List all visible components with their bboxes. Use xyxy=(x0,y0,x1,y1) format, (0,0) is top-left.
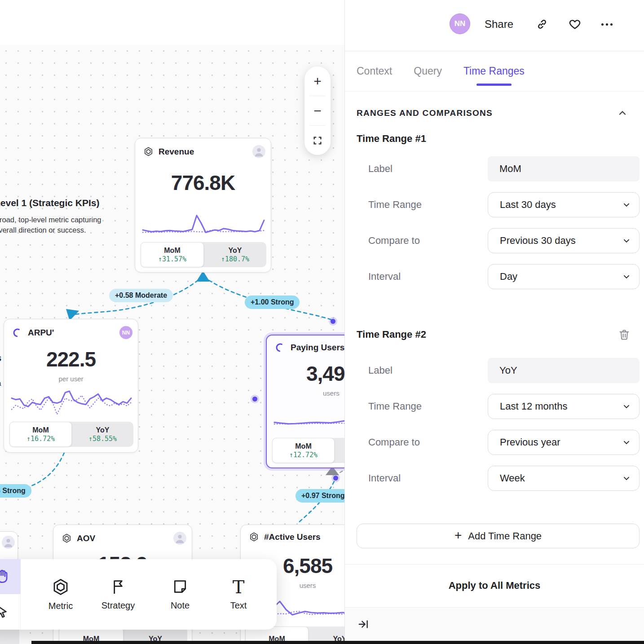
link-icon[interactable] xyxy=(536,18,548,31)
canvas-zoom-controls: + − xyxy=(304,66,331,155)
add-time-range-button[interactable]: + Add Time Range xyxy=(357,524,640,548)
compare-to-field-label: Compare to xyxy=(368,235,420,247)
cursor-icon xyxy=(0,604,10,619)
comparison-toggle: MoM ↑31.57% YoY ↑180.7% xyxy=(141,242,266,267)
sparkline xyxy=(141,209,265,237)
plus-icon: + xyxy=(454,528,462,543)
tab-context[interactable]: Context xyxy=(357,51,392,91)
owner-avatar-nn: NN xyxy=(119,326,132,339)
canvas-toolbar: Metric Strategy Note T Text xyxy=(0,559,277,630)
yoy-toggle[interactable]: YoY ↑180.7% xyxy=(204,242,266,267)
time-range-2-fields: Label YoY Time Range Last 12 months Comp… xyxy=(345,358,644,491)
fullscreen-icon xyxy=(313,136,322,146)
connection-handle-dot[interactable] xyxy=(331,319,335,324)
window-bottom-edge xyxy=(31,641,644,644)
metric-value: 222.5 xyxy=(4,347,138,371)
time-range-1-fields: Label MoM Time Range Last 30 days Compar… xyxy=(345,156,644,289)
card-title: Revenue xyxy=(159,147,247,157)
correlation-badge-moderate[interactable]: +0.58 Moderate xyxy=(109,289,173,302)
panel-bottom-bar xyxy=(345,607,644,641)
more-options-button[interactable] xyxy=(601,23,613,26)
interval-select[interactable]: Day xyxy=(488,264,640,289)
section-title: RANGES AND COMPARISONS xyxy=(357,108,493,118)
mom-toggle[interactable]: MoM ↑31.57% xyxy=(141,242,204,267)
time-range-select[interactable]: Last 12 months xyxy=(488,394,640,419)
text-icon: T xyxy=(233,578,245,596)
hexagon-metric-icon xyxy=(62,533,72,543)
loading-spinner-icon xyxy=(275,342,286,353)
compare-to-select[interactable]: Previous 30 days xyxy=(488,228,640,253)
mom-toggle[interactable]: MoM ↑16.72% xyxy=(9,422,72,447)
fit-view-button[interactable] xyxy=(304,126,331,155)
zoom-out-button[interactable]: − xyxy=(304,96,331,125)
flag-icon xyxy=(109,578,127,596)
metric-tree-canvas[interactable]: Level 1 (Strategic KPIs) Broad, top-leve… xyxy=(0,0,345,644)
compare-to-select[interactable]: Previous year xyxy=(488,430,640,455)
compare-to-field-label: Compare to xyxy=(368,437,420,448)
apply-to-all-metrics-button[interactable]: Apply to All Metrics xyxy=(449,580,541,591)
metric-unit: per user xyxy=(4,375,138,383)
text-tool-button[interactable]: T Text xyxy=(214,559,263,630)
panel-header: NN Share xyxy=(345,0,644,51)
label-input[interactable]: MoM xyxy=(488,156,640,181)
tab-time-ranges[interactable]: Time Ranges xyxy=(463,51,525,91)
time-range-2-header: Time Range #2 xyxy=(357,328,631,341)
hand-icon xyxy=(0,569,10,585)
note-tool-button[interactable]: Note xyxy=(155,559,205,630)
share-button[interactable]: Share xyxy=(485,18,513,31)
correlation-badge-strong-1[interactable]: +1.00 Strong xyxy=(245,296,300,309)
zoom-in-button[interactable]: + xyxy=(304,66,331,96)
trash-icon[interactable] xyxy=(618,328,631,341)
interval-field-label: Interval xyxy=(368,472,401,484)
panel-tabs: Context Query Time Ranges xyxy=(345,51,644,92)
note-icon xyxy=(171,578,189,596)
label-input[interactable]: YoY xyxy=(488,358,640,383)
metric-value: 776.8K xyxy=(135,171,271,195)
connection-handle-dot[interactable] xyxy=(333,476,338,481)
interval-field-label: Interval xyxy=(368,271,401,282)
tab-query[interactable]: Query xyxy=(414,51,442,91)
hexagon-metric-icon xyxy=(249,532,259,542)
strategy-tool-button[interactable]: Strategy xyxy=(93,559,143,630)
label-field-label: Label xyxy=(368,365,393,376)
comparison-toggle: MoM ↑16.72% YoY ↑58.55% xyxy=(9,422,133,447)
hexagon-metric-icon xyxy=(51,578,70,596)
metric-card-revenue[interactable]: Revenue 776.8K MoM ↑31.57% YoY ↑180.7% xyxy=(135,138,271,273)
correlation-badge-strong-097[interactable]: +0.97 Strong xyxy=(296,489,350,503)
metric-tool-button[interactable]: Metric xyxy=(36,559,85,630)
label-field-label: Label xyxy=(368,163,393,175)
sparkline xyxy=(10,383,132,422)
chevron-down-icon xyxy=(622,474,631,483)
hexagon-metric-icon xyxy=(143,146,154,157)
owner-avatar-icon xyxy=(173,532,186,545)
yoy-toggle[interactable]: YoY ↑58.55% xyxy=(72,422,133,447)
time-range-select[interactable]: Last 30 days xyxy=(488,192,640,217)
owner-avatar-icon xyxy=(2,536,15,549)
owner-avatar-icon xyxy=(252,145,265,158)
select-tool-button[interactable] xyxy=(0,594,21,629)
correlation-badge-strong-066[interactable]: 66 Strong xyxy=(0,484,31,498)
chevron-down-icon xyxy=(622,200,631,209)
chevron-down-icon xyxy=(622,236,631,245)
connection-handle-dot[interactable] xyxy=(252,397,257,401)
chevron-down-icon xyxy=(622,438,631,447)
loading-spinner-icon xyxy=(12,327,23,338)
metric-value: 3,49 xyxy=(306,362,345,386)
time-range-field-label: Time Range xyxy=(368,401,422,412)
metric-card-arpu[interactable]: ARPU' NN 222.5 per user MoM ↑16.72% YoY … xyxy=(4,319,138,453)
chevron-down-icon xyxy=(622,402,631,411)
collapse-panel-icon[interactable] xyxy=(357,618,369,630)
inspector-panel: NN Share Context Query Time Ranges RANGE… xyxy=(344,0,644,644)
metric-unit: users xyxy=(323,389,340,397)
section-ranges-comparisons: RANGES AND COMPARISONS xyxy=(357,108,628,119)
chevron-up-icon[interactable] xyxy=(617,108,628,119)
user-avatar[interactable]: NN xyxy=(450,13,470,34)
heart-icon[interactable] xyxy=(569,18,581,31)
chevron-down-icon xyxy=(622,272,631,281)
mom-toggle[interactable]: MoM ↑12.72% xyxy=(272,438,335,463)
interval-select[interactable]: Week xyxy=(488,466,640,491)
card-title: AOV xyxy=(77,534,168,543)
card-title: ARPU' xyxy=(28,328,115,338)
hand-tool-button[interactable] xyxy=(0,559,21,594)
time-range-field-label: Time Range xyxy=(368,199,422,211)
